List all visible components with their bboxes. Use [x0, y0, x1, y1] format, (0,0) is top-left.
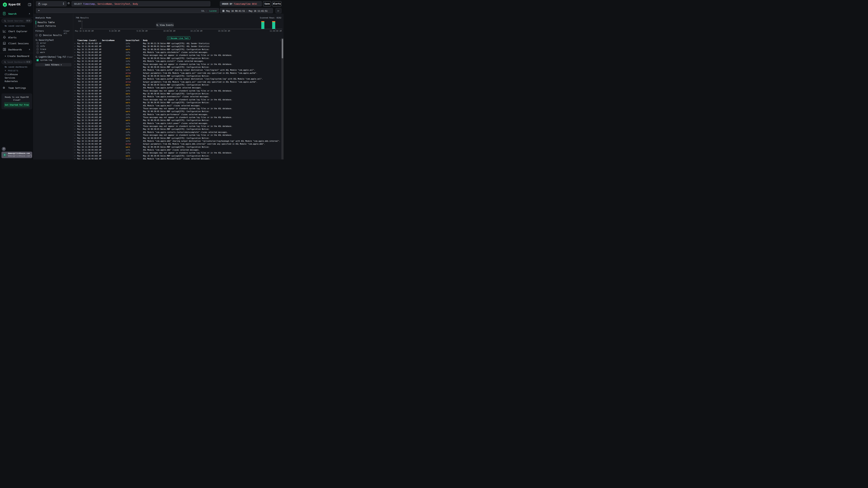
table-row[interactable]: >May 16 11:38:40.683 AMinfoASL Module "c… — [73, 131, 281, 134]
table-row[interactable]: >May 16 11:38:40.683 AMinfoThose message… — [73, 63, 281, 66]
histogram-bar[interactable] — [272, 21, 275, 29]
table-row[interactable]: >May 16 11:38:40.683 AMwarnMay 16 00:30:… — [73, 101, 281, 104]
scrollbar-thumb[interactable] — [282, 39, 283, 58]
column-settings-kebab-icon[interactable]: ⋮ — [279, 39, 281, 41]
chevron-down-icon[interactable]: ∨ — [5, 69, 6, 71]
table-row[interactable]: >May 16 11:38:40.683 AMinfoASL Module "c… — [73, 140, 281, 142]
severity-option-row[interactable]: error — [36, 42, 46, 44]
lucene-mode-toggle[interactable]: Lucene — [209, 10, 217, 12]
table-row[interactable]: >May 16 11:38:40.683 AMinfoASL Module "c… — [73, 113, 281, 116]
sidebar-collapse-icon[interactable] — [28, 3, 31, 6]
trace-checkbox[interactable] — [36, 48, 39, 51]
table-row[interactable]: >May 16 11:38:40.683 AMerrorOutput param… — [73, 142, 281, 145]
table-row[interactable]: >May 16 11:38:40.683 AMinfoThose message… — [73, 107, 281, 110]
table-row[interactable]: >May 16 11:38:40.683 AMwarnMay 16 00:30:… — [73, 57, 281, 60]
table-row[interactable]: >May 16 11:38:40.683 AMinfoASL Module "c… — [73, 95, 281, 98]
error-checkbox[interactable] — [36, 42, 39, 44]
sidebar-item-team-settings[interactable]: Team Settings — [8, 87, 26, 89]
severity-group-label[interactable]: SeverityText — [39, 39, 54, 41]
table-row[interactable]: >May 16 11:38:40.683 AMwarnMay 16 00:30:… — [73, 66, 281, 69]
chevron-up-icon[interactable]: ∧ — [29, 12, 30, 15]
table-row[interactable]: >May 16 11:38:40.683 AMtraceASL Module "… — [73, 157, 281, 159]
table-row[interactable]: >May 16 11:38:40.683 AMinfoASL Module "c… — [73, 51, 281, 54]
order-by-input[interactable]: ORDER BY TimestampTime DESC — [220, 1, 262, 6]
table-row[interactable]: >May 16 11:38:40.683 AMinfoThose message… — [73, 125, 281, 128]
alerts-button[interactable]: Alerts — [272, 1, 281, 6]
table-row[interactable]: >May 16 11:38:40.683 AMinfoASL Module "c… — [73, 77, 281, 80]
preset-item-clickhouse[interactable]: Clickhouse — [5, 73, 18, 76]
help-button[interactable]: ? — [2, 147, 6, 151]
select-query-input[interactable]: SELECT Timestamp, ServiceName, SeverityT… — [72, 1, 210, 6]
severity-option-row[interactable]: trace — [36, 48, 46, 51]
get-started-button[interactable]: Get Started for Free — [4, 102, 30, 107]
source-select[interactable]: Logs ▲▼ — [36, 1, 66, 6]
table-row[interactable]: >May 16 11:38:40.683 AMinfoThose message… — [73, 98, 281, 101]
live-tail-play-button[interactable]: ▷ — [276, 8, 281, 13]
view-events-button[interactable]: View Events — [156, 23, 174, 28]
sidebar-item-alerts[interactable]: Alerts — [8, 36, 17, 39]
date-range-picker[interactable]: May 16 08:41:51 - May 16 11:41:51 — [220, 8, 273, 13]
saved-searches-input[interactable]: Saved Searches ⌘ K — [1, 19, 32, 23]
table-row[interactable]: >May 16 11:38:40.683 AMinfoThose message… — [73, 116, 281, 119]
table-row[interactable]: >May 16 11:38:40.683 AMwarnMay 16 00:30:… — [73, 84, 281, 87]
histogram-bar[interactable] — [261, 21, 265, 29]
search-query-input[interactable]: * SQL | Lucene — [36, 8, 219, 13]
table-row[interactable]: >May 16 11:38:40.683 AMwarnMay 16 00:30:… — [73, 110, 281, 113]
resume-live-tail-button[interactable]: Resume Live Tail — [167, 36, 190, 40]
table-row[interactable]: >May 16 11:38:40.683 AMinfoThose message… — [73, 134, 281, 137]
table-row[interactable]: >May 16 11:38:40.683 AMwarnMay 16 00:30:… — [73, 155, 281, 157]
sidebar-item-client-sessions[interactable]: Client Sessions — [8, 42, 29, 45]
col-header-severitytext[interactable]: SeverityText — [126, 39, 140, 41]
presets-label[interactable]: PRESETS — [8, 70, 19, 72]
table-row[interactable]: >May 16 11:38:40.683 AMwarnMay 16 00:30:… — [73, 146, 281, 149]
scrollbar-track[interactable] — [281, 38, 283, 159]
table-row[interactable]: >May 16 11:38:40.683 AMwarnMay 16 00:30:… — [73, 92, 281, 95]
table-row[interactable]: >May 16 11:38:40.683 AMinfoMay 16 00:21:… — [73, 42, 281, 45]
log-attr-option-row[interactable]: ✓ system.log — [36, 59, 52, 61]
col-header-servicename[interactable]: ServiceName — [102, 39, 115, 41]
table-row[interactable]: >May 16 11:38:40.683 AMerrorOutput param… — [73, 72, 281, 75]
preset-item-kubernetes[interactable]: Kubernetes — [5, 80, 18, 83]
sidebar-item-chart-explorer[interactable]: Chart Explorer — [8, 30, 27, 33]
col-header-body[interactable]: Body — [143, 39, 148, 41]
table-row[interactable]: >May 16 11:38:40.683 AMinfoThose message… — [73, 90, 281, 92]
table-row[interactable]: >May 16 11:38:40.683 AMinfoASL Module "c… — [73, 69, 281, 72]
col-header-timestamp[interactable]: Timestamp (Local) — [77, 39, 97, 41]
create-dashboard-button[interactable]: + Create Dashboard — [5, 55, 29, 58]
log-attr-clear-button[interactable]: Clear — [67, 56, 73, 58]
warn-checkbox[interactable] — [36, 51, 39, 54]
table-row[interactable]: >May 16 11:38:40.683 AMinfoASL Module "c… — [73, 104, 281, 107]
table-row[interactable]: >May 16 11:38:40.683 AMwarnMay 16 00:30:… — [73, 75, 281, 77]
denoise-filter-row[interactable]: Denoise Results — [35, 34, 62, 36]
denoise-checkbox[interactable] — [35, 34, 38, 36]
mode-results-table[interactable]: Results Table — [38, 21, 55, 24]
table-row[interactable]: >May 16 11:38:40.683 AMinfoThose message… — [73, 54, 281, 57]
chevron-up-icon[interactable]: ∧ — [29, 48, 30, 51]
severity-option-row[interactable]: warn — [36, 51, 45, 54]
table-row[interactable]: >May 16 11:38:40.683 AMwarnMay 16 00:30:… — [73, 48, 281, 51]
sql-mode-toggle[interactable]: SQL — [201, 10, 205, 12]
mode-event-patterns[interactable]: Event Patterns — [38, 25, 56, 27]
save-button[interactable]: Save — [263, 1, 271, 6]
table-row[interactable]: >May 16 11:38:40.683 AMinfoASL Module "c… — [73, 149, 281, 152]
system-log-checkbox[interactable]: ✓ — [36, 59, 39, 61]
table-row[interactable]: >May 16 11:38:40.683 AMwarnMay 16 00:30:… — [73, 128, 281, 131]
saved-dashboards-input[interactable]: Saved Dashboards ⌘ K — [1, 60, 32, 64]
table-row[interactable]: >May 16 11:38:40.683 AMinfoASL Module "c… — [73, 87, 281, 89]
table-row[interactable]: >May 16 11:38:40.683 AMwarnMay 16 00:30:… — [73, 119, 281, 122]
log-attr-group-label[interactable]: LogAttributes['log.file.nam — [39, 56, 66, 58]
info-checkbox[interactable] — [36, 45, 39, 47]
source-settings-gear-icon[interactable]: ⚙ — [67, 2, 70, 5]
table-row[interactable]: >May 16 11:38:40.683 AMinfoThose message… — [73, 152, 281, 154]
table-row[interactable]: >May 16 11:38:40.683 AMwarnMay 16 00:30:… — [73, 137, 281, 140]
sidebar-item-search[interactable]: Search — [8, 12, 17, 15]
table-row[interactable]: >May 16 11:38:40.683 AMinfoASL Module "c… — [73, 60, 281, 63]
severity-option-row[interactable]: info — [36, 45, 45, 47]
sidebar-item-dashboards[interactable]: Dashboards — [8, 48, 22, 51]
clear-all-button[interactable]: Clear all — [64, 30, 73, 35]
user-menu[interactable]: D demos@clickhouse.com demos@clickhouse.… — [1, 152, 32, 158]
table-row[interactable]: >May 16 11:38:40.683 AMerrorOutput param… — [73, 80, 281, 84]
table-row[interactable]: >May 16 11:38:40.683 AMinfoASL Module "c… — [73, 122, 281, 125]
table-row[interactable]: >May 16 11:38:40.683 AMinfoMay 16 00:06:… — [73, 45, 281, 48]
less-filters-button[interactable]: Less filters ∧ — [35, 63, 71, 66]
